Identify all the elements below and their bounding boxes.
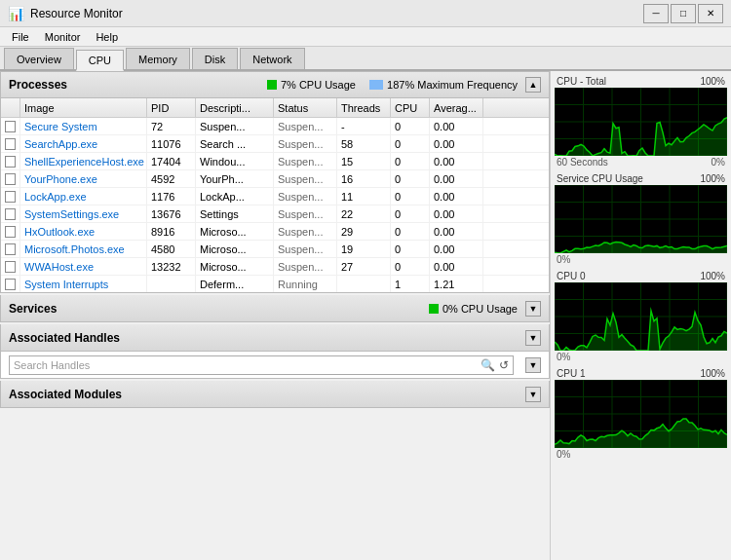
cpu-usage-label: 7% CPU Usage	[281, 79, 356, 91]
row-check[interactable]	[1, 205, 20, 222]
row-image: Microsoft.Photos.exe	[20, 241, 147, 257]
processes-collapse-btn[interactable]: ▲	[525, 77, 541, 93]
row-image: ShellExperienceHost.exe	[20, 153, 147, 169]
checkbox-icon[interactable]	[5, 226, 16, 238]
checkbox-icon[interactable]	[5, 191, 16, 203]
checkbox-icon[interactable]	[5, 279, 16, 290]
app-title: Resource Monitor	[30, 7, 643, 20]
table-row[interactable]: SystemSettings.exe 13676 Settings Suspen…	[1, 205, 549, 223]
menu-monitor[interactable]: Monitor	[37, 29, 89, 45]
row-cpu: 0	[391, 188, 430, 205]
handles-section-header[interactable]: Associated Handles ▼	[0, 324, 550, 352]
processes-table: Image PID Descripti... Status Threads CP…	[0, 98, 550, 293]
row-avg: 0.00	[430, 188, 483, 205]
search-handles-box[interactable]: Search Handles 🔍 ↺	[9, 355, 514, 375]
row-threads: -	[337, 118, 391, 134]
close-button[interactable]: ✕	[698, 4, 723, 23]
row-image: Secure System	[20, 118, 147, 134]
handles-collapse-btn[interactable]: ▼	[525, 330, 541, 346]
row-status: Suspen...	[274, 223, 337, 240]
service-cpu-bottom: 0%	[555, 253, 727, 266]
handles-content-collapse[interactable]: ▼	[525, 357, 541, 373]
row-cpu: 0	[391, 205, 430, 222]
row-image: LockApp.exe	[20, 188, 147, 205]
processes-section-header[interactable]: Processes 7% CPU Usage 187% Maximum Freq…	[0, 71, 550, 98]
row-check[interactable]	[1, 118, 20, 134]
checkbox-icon[interactable]	[5, 138, 16, 150]
table-row[interactable]: ShellExperienceHost.exe 17404 Windou... …	[1, 153, 549, 170]
cpu0-bottom: 0%	[555, 351, 727, 363]
row-threads: 16	[337, 170, 391, 187]
col-image-header[interactable]: Image	[20, 98, 147, 117]
modules-section-header[interactable]: Associated Modules ▼	[0, 381, 550, 408]
services-section-header[interactable]: Services 0% CPU Usage ▼	[0, 295, 550, 322]
col-avg-header[interactable]: Averag...	[430, 98, 483, 117]
row-cpu: 0	[391, 170, 430, 187]
checkbox-icon[interactable]	[5, 208, 16, 220]
checkbox-icon[interactable]	[5, 121, 16, 132]
tab-memory[interactable]: Memory	[126, 48, 190, 69]
col-status-header[interactable]: Status	[274, 98, 337, 117]
row-desc: Microso...	[196, 241, 274, 257]
row-check[interactable]	[1, 258, 20, 275]
table-row[interactable]: LockApp.exe 1176 LockAp... Suspen... 11 …	[1, 188, 549, 205]
row-avg: 0.00	[430, 258, 483, 275]
cpu1-pct: 100%	[700, 368, 725, 379]
col-desc-header[interactable]: Descripti...	[196, 98, 274, 117]
search-icon[interactable]: 🔍	[481, 358, 495, 372]
refresh-icon[interactable]: ↺	[499, 358, 509, 372]
services-cpu-dot	[429, 304, 439, 314]
cpu0-chart-container: CPU 0 100% 0%	[555, 270, 727, 363]
tab-cpu[interactable]: CPU	[76, 50, 124, 71]
checkbox-icon[interactable]	[5, 243, 16, 255]
row-threads: 15	[337, 153, 391, 169]
services-collapse-btn[interactable]: ▼	[525, 301, 541, 317]
row-threads: 19	[337, 241, 391, 257]
table-row[interactable]: System Interrupts Deferm... Running 1 1.…	[1, 276, 549, 293]
tab-disk[interactable]: Disk	[192, 48, 238, 69]
handles-badge: ▼	[521, 330, 541, 346]
checkbox-icon[interactable]	[5, 156, 16, 168]
row-check[interactable]	[1, 188, 20, 205]
table-row[interactable]: Secure System 72 Suspen... Suspen... - 0…	[1, 118, 549, 135]
row-check[interactable]	[1, 135, 20, 152]
checkbox-icon[interactable]	[5, 173, 16, 185]
row-threads: 22	[337, 205, 391, 222]
row-check[interactable]	[1, 170, 20, 187]
row-avg: 0.00	[430, 170, 483, 187]
menu-file[interactable]: File	[4, 29, 37, 45]
cpu-total-pct: 100%	[700, 76, 725, 87]
max-freq-label: 187% Maximum Frequency	[387, 79, 518, 91]
table-row[interactable]: HxOutlook.exe 8916 Microso... Suspen... …	[1, 223, 549, 241]
col-threads-header[interactable]: Threads	[337, 98, 391, 117]
cpu-total-title: CPU - Total	[557, 76, 606, 87]
row-status: Suspen...	[274, 153, 337, 169]
col-pid-header[interactable]: PID	[147, 98, 196, 117]
row-check[interactable]	[1, 153, 20, 169]
tab-network[interactable]: Network	[240, 48, 304, 69]
checkbox-icon[interactable]	[5, 261, 16, 273]
row-check[interactable]	[1, 276, 20, 292]
table-row[interactable]: WWAHost.exe 13232 Microso... Suspen... 2…	[1, 258, 549, 276]
table-row[interactable]: Microsoft.Photos.exe 4580 Microso... Sus…	[1, 241, 549, 258]
search-handles-placeholder[interactable]: Search Handles	[14, 359, 477, 371]
minimize-button[interactable]: ─	[643, 4, 669, 23]
col-cpu-header[interactable]: CPU	[391, 98, 430, 117]
table-row[interactable]: SearchApp.exe 11076 Search ... Suspen...…	[1, 135, 549, 153]
row-status: Running	[274, 276, 337, 292]
row-desc: Windou...	[196, 153, 274, 169]
row-image: SystemSettings.exe	[20, 205, 147, 222]
tab-overview[interactable]: Overview	[4, 48, 74, 69]
row-cpu: 0	[391, 135, 430, 152]
col-scroll-header	[483, 98, 497, 117]
service-cpu-bottom-pct: 0%	[557, 254, 570, 265]
col-check-header[interactable]	[1, 98, 20, 117]
row-pid: 4592	[147, 170, 196, 187]
modules-collapse-btn[interactable]: ▼	[525, 387, 541, 402]
table-row[interactable]: YourPhone.exe 4592 YourPh... Suspen... 1…	[1, 170, 549, 188]
table-body: Secure System 72 Suspen... Suspen... - 0…	[1, 118, 549, 293]
row-check[interactable]	[1, 241, 20, 257]
row-check[interactable]	[1, 223, 20, 240]
menu-help[interactable]: Help	[88, 29, 126, 45]
maximize-button[interactable]: □	[671, 4, 696, 23]
